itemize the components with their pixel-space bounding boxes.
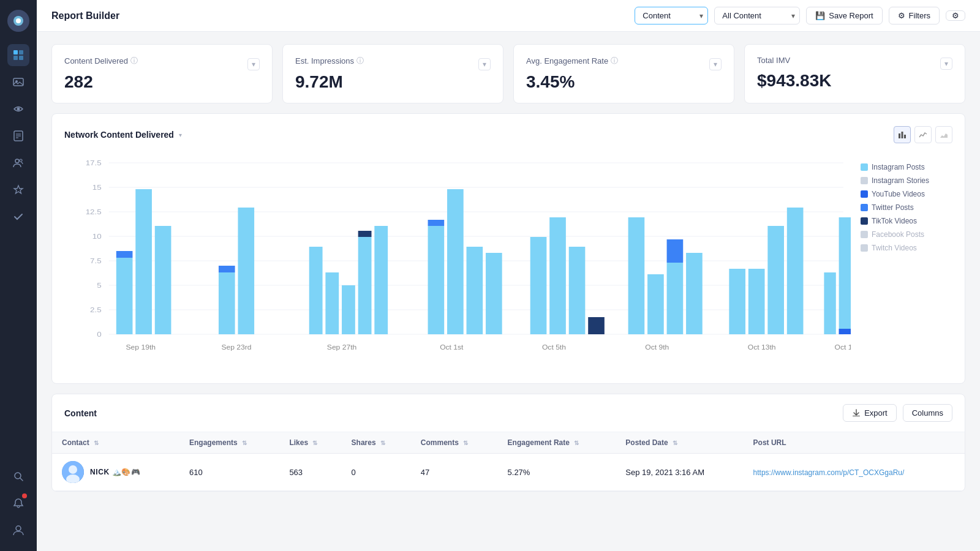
kpi-info-icon-1: ⓘ	[356, 56, 364, 66]
sidebar-item-search[interactable]	[7, 465, 29, 487]
table-title: Content	[64, 408, 97, 418]
col-engagement-rate: Engagement Rate ⇅	[498, 432, 616, 454]
columns-button[interactable]: Columns	[903, 404, 952, 422]
page-title: Report Builder	[51, 10, 625, 21]
sidebar-item-campaigns[interactable]	[7, 98, 29, 120]
content-area: Content Delivered ⓘ ▾ 282 Est. Impressio…	[37, 32, 980, 551]
main-area: Report Builder Content All Content 💾 Sav…	[37, 0, 980, 551]
svg-text:Oct 9th: Oct 9th	[645, 344, 669, 351]
col-posted-date: Posted Date ⇅	[616, 432, 743, 454]
chart-bar-button[interactable]	[894, 126, 911, 143]
chart-title: Network Content Delivered	[64, 130, 174, 140]
legend-dot-instagram-posts	[861, 163, 868, 171]
sidebar-item-approvals[interactable]	[7, 206, 29, 228]
bar	[824, 272, 835, 334]
logo	[7, 10, 29, 32]
sidebar-item-dashboard[interactable]	[7, 44, 29, 66]
chart-title-dropdown[interactable]: ▾	[179, 132, 182, 138]
content-table-card: Content Export Columns Contact ⇅ Engagem…	[51, 394, 965, 492]
legend-dot-twitch-videos	[861, 244, 868, 252]
chart-line-button[interactable]	[914, 126, 932, 143]
svg-rect-18	[899, 133, 900, 138]
header-controls: Content All Content 💾 Save Report ⚙ Filt…	[635, 7, 965, 24]
svg-rect-6	[13, 78, 23, 86]
kpi-value-total-imv: $943.83K	[757, 71, 952, 91]
bar	[155, 226, 172, 334]
kpi-row: Content Delivered ⓘ ▾ 282 Est. Impressio…	[51, 44, 965, 103]
kpi-label-engagement-rate: Avg. Engagement Rate	[526, 56, 608, 66]
svg-text:Oct 17th: Oct 17th	[834, 344, 851, 351]
bar	[569, 247, 586, 334]
bar	[748, 269, 765, 334]
chart-title-wrap: Network Content Delivered ▾	[64, 130, 182, 140]
legend-dot-tiktok-videos	[861, 217, 868, 225]
bar	[219, 272, 235, 334]
kpi-value-est-impressions: 9.72M	[295, 72, 491, 92]
chart-card: Network Content Delivered ▾	[51, 113, 965, 384]
bar	[686, 253, 703, 334]
svg-point-17	[16, 526, 21, 531]
kpi-dropdown-0[interactable]: ▾	[247, 58, 260, 70]
sort-icon-posted-date[interactable]: ⇅	[673, 440, 677, 446]
kpi-value-engagement-rate: 3.45%	[526, 72, 722, 92]
table-header: Content Export Columns	[52, 394, 965, 432]
sort-icon-contact[interactable]: ⇅	[94, 440, 99, 446]
sidebar-item-reports[interactable]	[7, 125, 29, 147]
svg-text:15: 15	[92, 184, 102, 192]
bar	[839, 217, 851, 334]
svg-text:12.5: 12.5	[86, 208, 102, 216]
sort-icon-engagements[interactable]: ⇅	[242, 440, 247, 446]
notification-badge	[22, 493, 27, 498]
kpi-dropdown-1[interactable]: ▾	[478, 58, 491, 70]
bar	[309, 247, 323, 334]
sidebar-item-users[interactable]	[7, 152, 29, 174]
cell-likes: 563	[279, 454, 341, 491]
svg-text:Sep 19th: Sep 19th	[126, 344, 156, 351]
kpi-dropdown-2[interactable]: ▾	[709, 58, 722, 70]
sort-icon-shares[interactable]: ⇅	[380, 440, 385, 446]
sort-icon-comments[interactable]: ⇅	[463, 440, 468, 446]
chart-header: Network Content Delivered ▾	[64, 126, 952, 143]
legend-dot-facebook-posts	[861, 231, 868, 238]
content-select[interactable]: Content	[635, 7, 708, 24]
sidebar-item-media[interactable]	[7, 71, 29, 93]
sidebar-item-favorites[interactable]	[7, 179, 29, 201]
legend-twitter-posts: Twitter Posts	[861, 203, 952, 212]
bar	[374, 226, 388, 334]
table-actions: Export Columns	[843, 404, 952, 422]
save-report-button[interactable]: 💾 Save Report	[806, 7, 882, 24]
sort-icon-likes[interactable]: ⇅	[312, 440, 317, 446]
col-engagements: Engagements ⇅	[179, 432, 279, 454]
bar	[486, 253, 502, 334]
svg-point-8	[17, 108, 20, 111]
bar	[588, 317, 605, 334]
settings-button[interactable]: ⚙	[946, 10, 965, 21]
chart-controls	[894, 126, 952, 143]
svg-text:Sep 23rd: Sep 23rd	[221, 344, 251, 351]
legend-label-facebook-posts: Facebook Posts	[872, 230, 924, 239]
bar	[467, 247, 483, 334]
legend-facebook-posts: Facebook Posts	[861, 230, 952, 239]
svg-text:Sep 27th: Sep 27th	[327, 344, 356, 351]
bar	[325, 272, 339, 334]
filters-button[interactable]: ⚙ Filters	[889, 7, 940, 24]
sidebar-item-profile[interactable]	[7, 519, 29, 541]
legend-dot-instagram-stories	[861, 177, 868, 184]
all-content-select[interactable]: All Content	[714, 7, 800, 24]
bar	[116, 251, 133, 258]
sidebar-item-notifications[interactable]	[7, 492, 29, 514]
export-button[interactable]: Export	[843, 404, 897, 422]
sort-icon-engagement-rate[interactable]: ⇅	[574, 440, 579, 446]
bar	[447, 189, 464, 334]
chart-area-button[interactable]	[935, 126, 952, 143]
svg-rect-5	[19, 56, 23, 60]
bar	[219, 266, 235, 272]
post-url-link[interactable]: https://www.instagram.com/p/CT_OCXGgaRu/	[753, 468, 905, 477]
kpi-dropdown-3[interactable]: ▾	[940, 58, 952, 70]
contact-cell: NICK 🏔️🎨🎮	[62, 461, 170, 483]
svg-point-1	[16, 18, 21, 23]
bar	[667, 239, 684, 263]
legend-youtube-videos: YouTube Videos	[861, 190, 952, 198]
cell-shares: 0	[342, 454, 411, 491]
kpi-card-est-impressions: Est. Impressions ⓘ ▾ 9.72M	[282, 44, 503, 103]
